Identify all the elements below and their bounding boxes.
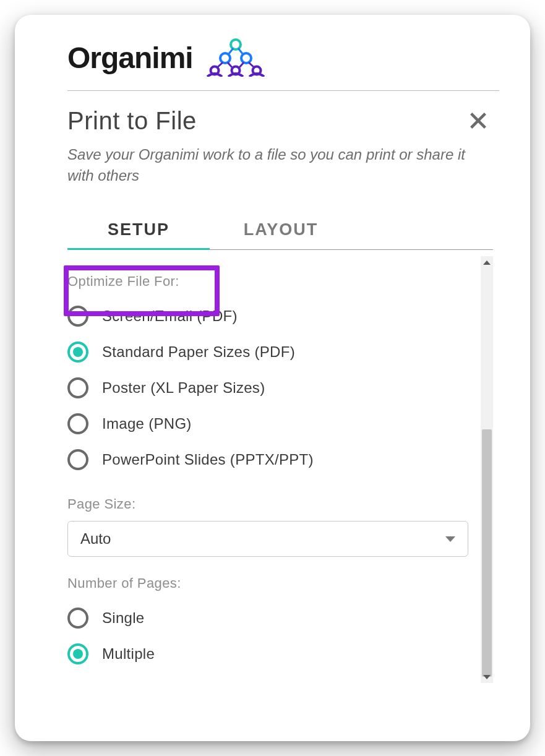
svg-line-3 [228, 48, 233, 54]
svg-line-4 [238, 48, 243, 54]
radio-label: PowerPoint Slides (PPTX/PPT) [102, 451, 314, 468]
num-pages-option-multiple[interactable]: Multiple [67, 636, 468, 672]
radio-icon [67, 377, 88, 398]
page-size-select[interactable]: Auto [67, 521, 468, 557]
print-dialog-card: Organimi [15, 15, 530, 741]
brand-header: Organimi [67, 33, 499, 91]
scroll-up-icon[interactable] [481, 256, 493, 268]
radio-icon [67, 413, 88, 434]
tabs: SETUP LAYOUT [67, 210, 493, 250]
optimize-option-pptx[interactable]: PowerPoint Slides (PPTX/PPT) [67, 442, 468, 478]
radio-icon [67, 306, 88, 327]
scroll-down-icon[interactable] [481, 671, 493, 683]
brand-logo-icon [202, 38, 270, 77]
close-button[interactable] [463, 106, 493, 135]
optimize-option-standard[interactable]: Standard Paper Sizes (PDF) [67, 334, 468, 370]
optimize-option-image[interactable]: Image (PNG) [67, 406, 468, 442]
radio-label: Poster (XL Paper Sizes) [102, 379, 265, 397]
optimize-option-screen[interactable]: Screen/Email (PDF) [67, 298, 468, 334]
scrollbar[interactable] [481, 256, 493, 683]
radio-icon [67, 608, 88, 629]
optimize-option-poster[interactable]: Poster (XL Paper Sizes) [67, 370, 468, 406]
brand-name: Organimi [67, 41, 193, 75]
radio-label: Multiple [102, 645, 155, 663]
tab-layout[interactable]: LAYOUT [210, 210, 352, 249]
setup-panel: Optimize File For: Screen/Email (PDF) St… [67, 256, 493, 683]
radio-icon [67, 449, 88, 470]
dialog-subtitle: Save your Organimi work to a file so you… [67, 144, 493, 186]
page-size-value: Auto [80, 530, 111, 548]
radio-icon [67, 341, 88, 363]
radio-label: Image (PNG) [102, 415, 192, 432]
chevron-down-icon [445, 536, 455, 542]
tab-setup[interactable]: SETUP [67, 210, 210, 249]
radio-label: Single [102, 609, 145, 627]
close-icon [468, 110, 489, 131]
optimize-label: Optimize File For: [67, 273, 468, 290]
num-pages-group: Number of Pages: Single Multiple [67, 575, 468, 672]
radio-label: Screen/Email (PDF) [102, 307, 238, 325]
page-size-label: Page Size: [67, 496, 468, 512]
page-size-group: Page Size: Auto [67, 496, 468, 557]
optimize-group: Optimize File For: Screen/Email (PDF) St… [67, 273, 468, 478]
radio-label: Standard Paper Sizes (PDF) [102, 343, 295, 361]
scroll-thumb[interactable] [482, 429, 492, 677]
num-pages-option-single[interactable]: Single [67, 600, 468, 636]
radio-icon [67, 643, 88, 664]
dialog-title: Print to File [67, 107, 197, 135]
num-pages-label: Number of Pages: [67, 575, 468, 591]
